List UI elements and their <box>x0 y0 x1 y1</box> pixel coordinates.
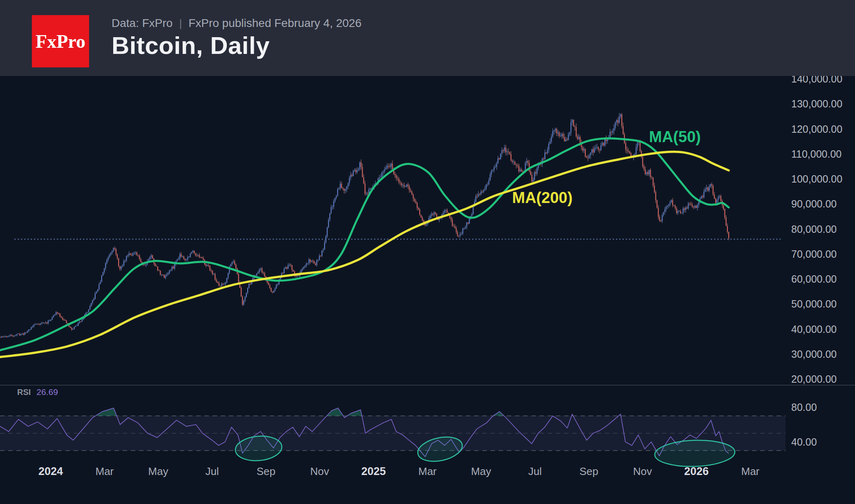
date-axis-tick: 2025 <box>361 465 386 477</box>
date-axis-tick: May <box>148 465 168 477</box>
header-titles: Data: FxPro|FxPro published February 4, … <box>112 16 362 59</box>
down-candle-bodies <box>0 114 729 338</box>
candles-layer <box>0 113 729 338</box>
fxpro-logo-text: FxPro <box>36 31 85 52</box>
source-line: Data: FxPro|FxPro published February 4, … <box>112 16 362 30</box>
rsi-axis-tick: 40.00 <box>791 436 817 448</box>
date-axis-tick: Nov <box>633 465 652 477</box>
fxpro-logo: FxPro <box>32 15 89 67</box>
price-axis-tick: 50,000.00 <box>791 298 837 310</box>
data-source-text: Data: FxPro <box>112 17 172 29</box>
price-axis-tick: 100,000.00 <box>791 173 842 185</box>
up-candle-wicks <box>1 113 720 337</box>
rsi-value: 26.69 <box>36 387 58 397</box>
ma50-label: MA(50) <box>649 128 701 146</box>
rsi-label: RSI <box>17 388 31 397</box>
price-axis-tick: 80,000.00 <box>791 223 837 235</box>
price-axis-tick: 20,000.00 <box>791 373 837 385</box>
date-axis-tick: Mar <box>96 465 114 477</box>
price-axis-tick: 70,000.00 <box>791 248 837 260</box>
rsi-indicator-header: RSI26.69 <box>17 387 58 397</box>
ma200-label: MA(200) <box>512 189 573 207</box>
ma50-line <box>0 138 729 350</box>
page-title: Bitcoin, Daily <box>112 33 362 59</box>
date-axis-tick: Sep <box>257 465 275 477</box>
price-axis-tick: 30,000.00 <box>791 348 837 360</box>
date-axis-tick: Jul <box>528 465 542 477</box>
price-axis-tick: 60,000.00 <box>791 273 837 285</box>
date-axis-tick: Mar <box>741 465 760 477</box>
bitcoin-daily-chart-page: 140,000.00130,000.00120,000.00110,000.00… <box>0 0 855 504</box>
date-axis-tick: Jul <box>205 465 219 477</box>
down-candle-wicks <box>0 113 729 339</box>
rsi-axis-tick: 80.00 <box>791 401 817 413</box>
price-axis-tick: 90,000.00 <box>791 198 837 210</box>
date-axis-tick: 2024 <box>38 465 63 477</box>
date-axis-tick: Nov <box>310 465 329 477</box>
price-axis-tick: 110,000.00 <box>791 148 842 160</box>
price-axis-tick: 120,000.00 <box>791 123 842 135</box>
date-axis-tick: Mar <box>419 465 437 477</box>
price-axis-tick: 40,000.00 <box>791 323 837 335</box>
up-candle-bodies <box>1 114 720 337</box>
separator-pipe: | <box>179 17 182 29</box>
date-axis-tick: Sep <box>580 465 598 477</box>
price-axis-tick: 130,000.00 <box>791 98 842 109</box>
header-bar: FxPro Data: FxPro|FxPro published Februa… <box>0 0 855 76</box>
date-axis-tick: May <box>471 465 491 477</box>
date-axis-tick: 2026 <box>684 465 709 477</box>
published-text: FxPro published February 4, 2026 <box>188 17 361 29</box>
